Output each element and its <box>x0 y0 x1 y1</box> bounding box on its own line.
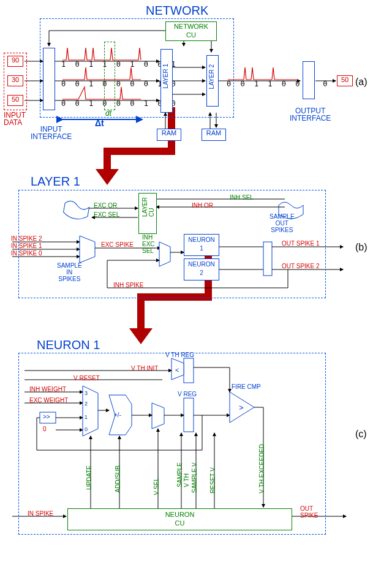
panel-c-label: (c) <box>355 429 367 440</box>
lt-symbol: < <box>175 366 179 374</box>
neuron1-title: NEURON 1 <box>37 338 100 352</box>
out-spike-1: OUT SPIKE 1 <box>282 240 320 247</box>
inh-sel: INH SEL <box>230 194 254 201</box>
sample-in-label: SAMPLE IN SPIKES <box>57 262 82 282</box>
vreg-label: V REG <box>178 391 197 397</box>
vreset: V RESET <box>74 375 100 382</box>
shift-block-label: >> <box>43 413 50 420</box>
vthreg-label: V TH REG <box>165 352 194 358</box>
vth-exceeded-label: V TH EXCEEDED <box>258 444 265 493</box>
in-spike-0: IN SPIKE 0 <box>11 250 42 257</box>
sample-out-label: SAMPLE OUT SPIKES <box>270 213 295 233</box>
fire-cmp-label: FIRE CMP <box>232 383 261 390</box>
neuron-cu: NEURON CU <box>67 508 292 530</box>
exc-or: EXC OR <box>94 202 117 209</box>
neuron-2-block: NEURON 2 <box>184 258 219 280</box>
out-spike-2: OUT SPIKE 2 <box>282 263 320 269</box>
sample-vth-label: SAMPLE V TH <box>176 462 190 488</box>
panel-b-label: (b) <box>355 242 368 253</box>
inh-exc-sel: INH EXC SEL <box>142 234 155 254</box>
neuron1-box <box>18 353 326 535</box>
in-spike-label: IN SPIKE <box>28 510 53 517</box>
vth-init: V TH INIT <box>131 365 158 372</box>
adder-label: +/- <box>114 412 121 418</box>
exc-spike: EXC SPIKE <box>101 241 134 248</box>
update-label: UPDATE <box>86 465 92 490</box>
addsub-label: ADD/SUB <box>115 465 121 492</box>
vsel-label: V SEL <box>153 478 160 495</box>
inh-or: INH OR <box>192 202 213 209</box>
reset-v-label: RESET V <box>209 467 216 494</box>
exc-weight: EXC WEIGHT <box>29 397 68 404</box>
exc-sel: EXC SEL <box>94 211 119 218</box>
neuron-1-block: NEURON 1 <box>184 234 219 256</box>
in-spike-1: IN SPIKE 1 <box>11 243 42 249</box>
zero-label: 0 <box>43 426 47 432</box>
fire-cmp-symbol: > <box>239 403 244 412</box>
inh-spike: INH SPIKE <box>113 282 143 288</box>
sample-v-label: SAMPLE V <box>191 462 198 493</box>
layer1-title: LAYER 1 <box>31 175 80 189</box>
in-spike-2: IN SPIKE 2 <box>11 235 42 242</box>
out-spike-label: OUT SPIKE <box>300 505 318 519</box>
layer-cu-label: LAYER CU <box>141 197 155 217</box>
inh-weight: INH WEIGHT <box>29 386 66 393</box>
